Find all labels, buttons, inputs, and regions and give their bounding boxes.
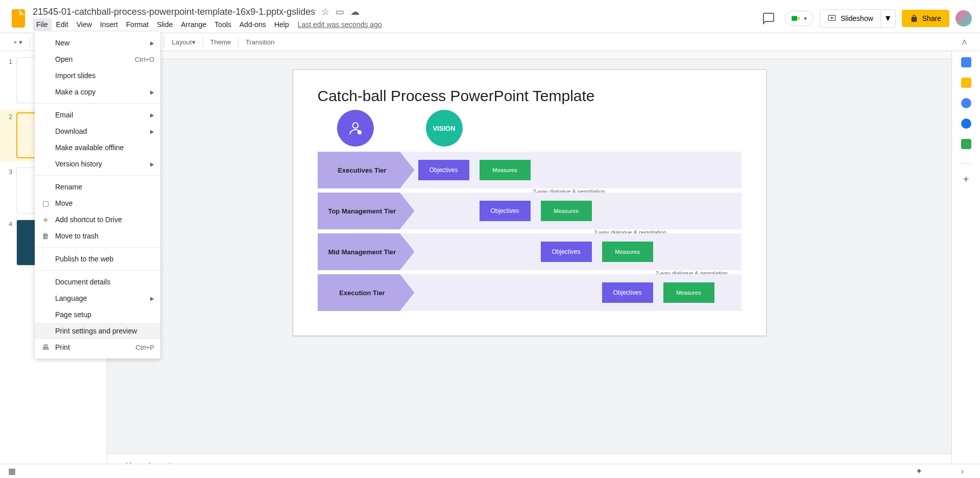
menu-new[interactable]: New▶ <box>35 35 160 51</box>
measures-1: Measures <box>480 160 531 180</box>
side-panel: + <box>951 51 980 478</box>
menu-version-history[interactable]: Version history▶ <box>35 156 160 172</box>
expand-icon[interactable]: › <box>961 467 964 476</box>
new-slide-button[interactable]: + ▾ <box>10 36 26 48</box>
menu-insert[interactable]: Insert <box>97 18 122 31</box>
menu-publish[interactable]: Publish to the web <box>35 251 160 267</box>
add-addon-icon[interactable]: + <box>961 174 971 184</box>
trash-icon: 🗑 <box>41 231 50 241</box>
menu-download[interactable]: Download▶ <box>35 123 160 139</box>
last-edit-link[interactable]: Last edit was seconds ago <box>298 20 382 29</box>
footer: ▦ ✦ › <box>0 464 980 478</box>
share-label: Share <box>922 14 941 22</box>
file-menu-dropdown: New▶ OpenCtrl+O Import slides Make a cop… <box>35 32 160 358</box>
slideshow-label: Slideshow <box>841 14 873 22</box>
keep-icon[interactable] <box>961 78 971 88</box>
objectives-3: Objectives <box>541 242 592 262</box>
tasks-icon[interactable] <box>961 98 971 108</box>
menu-document-details[interactable]: Document details <box>35 274 160 290</box>
menu-view[interactable]: View <box>73 18 95 31</box>
menu-print-preview[interactable]: Print settings and preview <box>35 323 160 339</box>
folder-icon: ▢ <box>41 199 50 208</box>
svg-point-2 <box>352 123 358 128</box>
slideshow-button[interactable]: Slideshow <box>820 9 881 28</box>
vision-circle: VISION <box>426 110 463 147</box>
tier-label-4: Execution Tier <box>318 274 415 311</box>
ruler <box>107 51 951 59</box>
menu-rename[interactable]: Rename <box>35 179 160 195</box>
theme-button[interactable]: Theme <box>207 36 234 48</box>
explore-icon[interactable]: ✦ <box>916 466 922 476</box>
svg-point-3 <box>357 130 362 134</box>
meet-button[interactable]: ▼ <box>785 11 814 26</box>
menu-open[interactable]: OpenCtrl+O <box>35 51 160 67</box>
grid-view-icon[interactable]: ▦ <box>8 466 16 476</box>
move-icon[interactable]: ▭ <box>336 6 344 17</box>
contacts-icon[interactable] <box>961 118 971 129</box>
menu-print[interactable]: 🖶PrintCtrl+P <box>35 339 160 355</box>
slide-title: Catch-ball Process PowerPoint Template <box>318 87 595 105</box>
maps-icon[interactable] <box>961 139 971 149</box>
measures-2: Measures <box>541 201 592 221</box>
measures-4: Measures <box>663 282 714 303</box>
menu-add-shortcut[interactable]: ⎆Add shortcut to Drive <box>35 211 160 228</box>
menu-language[interactable]: Language▶ <box>35 290 160 306</box>
objectives-2: Objectives <box>480 201 531 221</box>
tier-row-3: Mid Management Tier <box>318 233 742 270</box>
slides-logo[interactable] <box>8 8 29 29</box>
document-title[interactable]: 21545-01-catchball-process-powerpoint-te… <box>33 7 315 17</box>
slideshow-dropdown[interactable]: ▼ <box>881 9 896 28</box>
transition-button[interactable]: Transition <box>243 36 278 48</box>
tier-label-2: Top Management Tier <box>318 193 415 229</box>
account-avatar[interactable] <box>955 10 972 27</box>
menu-import-slides[interactable]: Import slides <box>35 67 160 84</box>
menu-help[interactable]: Help <box>271 18 293 31</box>
menu-addons[interactable]: Add-ons <box>236 18 270 31</box>
menu-email[interactable]: Email▶ <box>35 107 160 123</box>
shortcut-icon: ⎆ <box>41 215 50 224</box>
menu-make-copy[interactable]: Make a copy▶ <box>35 84 160 100</box>
collapse-button[interactable]: ᐱ <box>959 36 970 48</box>
measures-3: Measures <box>602 242 653 262</box>
menu-trash[interactable]: 🗑Move to trash <box>35 228 160 244</box>
menu-page-setup[interactable]: Page setup <box>35 306 160 323</box>
menubar: File Edit View Insert Format Slide Arran… <box>33 18 758 31</box>
canvas-area: Catch-ball Process PowerPoint Template V… <box>107 51 951 478</box>
menu-edit[interactable]: Edit <box>53 18 72 31</box>
menu-arrange[interactable]: Arrange <box>177 18 210 31</box>
layout-button[interactable]: Layout ▾ <box>169 36 198 48</box>
menu-offline[interactable]: Make available offline <box>35 139 160 156</box>
menu-file[interactable]: File <box>33 18 52 31</box>
tier-label-1: Executives Tier <box>318 152 415 188</box>
star-icon[interactable]: ☆ <box>321 6 329 17</box>
slide-canvas[interactable]: Catch-ball Process PowerPoint Template V… <box>293 69 767 336</box>
menu-tools[interactable]: Tools <box>211 18 235 31</box>
menu-move[interactable]: ▢Move <box>35 195 160 211</box>
header: 21545-01-catchball-process-powerpoint-te… <box>0 0 980 33</box>
svg-rect-0 <box>792 16 797 21</box>
print-icon: 🖶 <box>41 343 50 352</box>
comments-icon[interactable] <box>758 8 779 29</box>
share-button[interactable]: Share <box>902 10 949 27</box>
menu-slide[interactable]: Slide <box>153 18 176 31</box>
menu-format[interactable]: Format <box>123 18 152 31</box>
calendar-icon[interactable] <box>961 57 971 67</box>
cloud-icon[interactable]: ☁ <box>350 6 360 17</box>
tier-label-3: Mid Management Tier <box>318 233 415 270</box>
user-circle-icon <box>337 110 374 147</box>
objectives-1: Objectives <box>418 160 469 180</box>
objectives-4: Objectives <box>602 282 653 303</box>
